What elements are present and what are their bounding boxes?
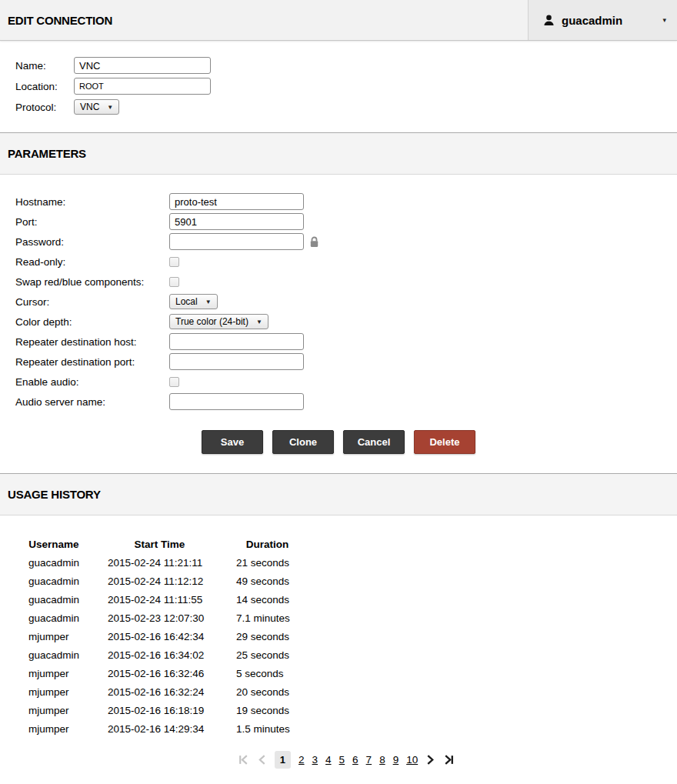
- audio-server-input[interactable]: [169, 393, 304, 410]
- name-input[interactable]: [74, 57, 211, 74]
- username-column-header: Username: [15, 535, 92, 553]
- start-time-cell: 2015-02-16 16:18:19: [92, 701, 227, 719]
- page-link[interactable]: 7: [366, 754, 372, 766]
- chevron-down-icon: ▼: [256, 319, 262, 325]
- chevron-down-icon: ▼: [107, 104, 113, 111]
- page-link[interactable]: 9: [393, 754, 399, 766]
- color-depth-row: Color depth: True color (24-bit) ▼: [15, 313, 677, 330]
- audio-server-row: Audio server name:: [15, 393, 677, 410]
- table-row: guacadmin 2015-02-16 16:34:02 25 seconds: [15, 646, 308, 664]
- start-time-cell: 2015-02-16 14:29:34: [92, 719, 227, 738]
- start-time-column-header: Start Time: [92, 535, 227, 553]
- table-row: mjumper 2015-02-16 14:29:34 1.5 minutes: [15, 719, 308, 738]
- save-button[interactable]: Save: [202, 430, 263, 454]
- parameters-section-header: PARAMETERS: [0, 132, 677, 175]
- app-header: EDIT CONNECTION guacadmin ▾: [0, 0, 677, 41]
- duration-cell: 29 seconds: [227, 627, 308, 646]
- start-time-cell: 2015-02-16 16:32:46: [92, 664, 227, 682]
- username-cell: mjumper: [15, 682, 92, 701]
- cursor-select[interactable]: Local ▼: [169, 294, 218, 309]
- delete-button[interactable]: Delete: [414, 430, 475, 454]
- page-title: EDIT CONNECTION: [0, 14, 112, 27]
- password-input[interactable]: [169, 233, 304, 250]
- protocol-label: Protocol:: [15, 102, 74, 113]
- password-row: Password:: [15, 233, 677, 250]
- table-row: mjumper 2015-02-16 16:32:24 20 seconds: [15, 682, 308, 701]
- hostname-row: Hostname:: [15, 193, 677, 210]
- protocol-select[interactable]: VNC ▼: [74, 99, 119, 115]
- user-icon: [542, 14, 555, 27]
- protocol-row: Protocol: VNC ▼: [15, 98, 677, 115]
- parameters-form: Hostname: Port: Password: Read-only: Swa…: [0, 175, 677, 410]
- name-row: Name:: [15, 57, 677, 74]
- location-label: Location:: [15, 81, 74, 92]
- start-time-cell: 2015-02-24 11:12:12: [92, 572, 227, 590]
- username-cell: guacadmin: [15, 553, 92, 572]
- readonly-checkbox[interactable]: [169, 257, 179, 267]
- duration-cell: 25 seconds: [227, 646, 308, 664]
- duration-cell: 49 seconds: [227, 572, 308, 590]
- start-time-cell: 2015-02-23 12:07:30: [92, 609, 227, 627]
- readonly-row: Read-only:: [15, 253, 677, 270]
- enable-audio-checkbox[interactable]: [169, 377, 179, 387]
- first-page-icon[interactable]: [238, 754, 249, 766]
- username-cell: mjumper: [15, 701, 92, 719]
- parameters-title: PARAMETERS: [8, 147, 86, 160]
- page-link[interactable]: 5: [339, 754, 345, 766]
- name-label: Name:: [15, 60, 74, 72]
- hostname-input[interactable]: [169, 193, 304, 210]
- swap-components-label: Swap red/blue components:: [15, 276, 169, 288]
- port-row: Port:: [15, 213, 677, 230]
- repeater-port-input[interactable]: [169, 353, 304, 370]
- duration-cell: 21 seconds: [227, 553, 308, 572]
- user-menu-button[interactable]: guacadmin ▾: [528, 0, 677, 40]
- usage-history: Username Start Time Duration guacadmin 2…: [0, 515, 677, 769]
- username-cell: guacadmin: [15, 609, 92, 627]
- location-row: Location:: [15, 78, 677, 95]
- repeater-host-row: Repeater destination host:: [15, 333, 677, 350]
- repeater-host-label: Repeater destination host:: [15, 336, 169, 348]
- cursor-row: Cursor: Local ▼: [15, 293, 677, 310]
- chevron-down-icon: ▾: [662, 16, 666, 24]
- username-cell: guacadmin: [15, 572, 92, 590]
- pagination: 1 2 3 4 5 6 7 8 9 10: [15, 751, 677, 769]
- next-page-icon[interactable]: [425, 754, 435, 766]
- page-link[interactable]: 6: [352, 754, 359, 766]
- hostname-label: Hostname:: [15, 196, 169, 208]
- user-name: guacadmin: [562, 14, 656, 27]
- location-input[interactable]: [74, 78, 211, 95]
- clone-button[interactable]: Clone: [272, 430, 334, 454]
- enable-audio-row: Enable audio:: [15, 373, 677, 390]
- duration-cell: 5 seconds: [227, 664, 308, 682]
- duration-cell: 1.5 minutes: [227, 719, 308, 738]
- swap-components-checkbox[interactable]: [169, 277, 179, 287]
- connection-form: Name: Location: Protocol: VNC ▼: [0, 41, 677, 115]
- usage-history-table: Username Start Time Duration guacadmin 2…: [15, 535, 308, 738]
- last-page-icon[interactable]: [443, 754, 455, 766]
- username-cell: mjumper: [15, 719, 92, 738]
- readonly-label: Read-only:: [15, 256, 169, 268]
- table-row: guacadmin 2015-02-24 11:12:12 49 seconds: [15, 572, 308, 590]
- cursor-label: Cursor:: [15, 296, 169, 308]
- port-input[interactable]: [169, 213, 304, 230]
- color-depth-select[interactable]: True color (24-bit) ▼: [169, 314, 268, 329]
- prev-page-icon[interactable]: [257, 754, 267, 766]
- page-link[interactable]: 10: [406, 754, 418, 766]
- table-row: mjumper 2015-02-16 16:42:34 29 seconds: [15, 627, 308, 646]
- repeater-port-row: Repeater destination port:: [15, 353, 677, 370]
- port-label: Port:: [15, 216, 169, 228]
- cancel-button[interactable]: Cancel: [343, 430, 405, 454]
- start-time-cell: 2015-02-24 11:21:11: [92, 553, 227, 572]
- lock-icon: [309, 236, 319, 248]
- duration-cell: 7.1 minutes: [227, 609, 308, 627]
- repeater-host-input[interactable]: [169, 333, 304, 350]
- table-row: guacadmin 2015-02-23 12:07:30 7.1 minute…: [15, 609, 308, 627]
- page-link[interactable]: 8: [379, 754, 385, 766]
- page-link[interactable]: 2: [298, 754, 305, 766]
- duration-cell: 14 seconds: [227, 590, 308, 609]
- page-link[interactable]: 3: [312, 754, 318, 766]
- color-depth-selected-value: True color (24-bit): [175, 316, 248, 327]
- page-link[interactable]: 4: [325, 754, 332, 766]
- repeater-port-label: Repeater destination port:: [15, 356, 169, 368]
- table-header-row: Username Start Time Duration: [15, 535, 308, 553]
